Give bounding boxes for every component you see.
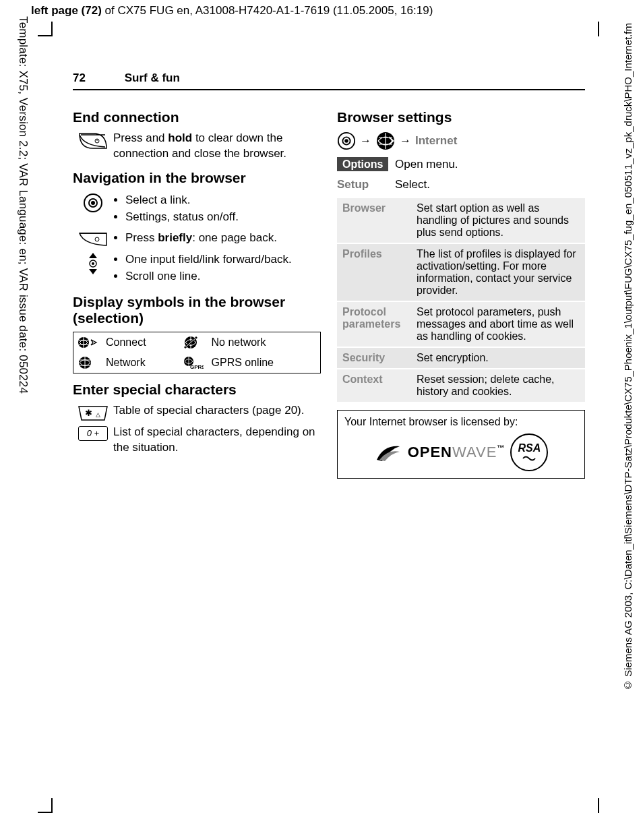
hangup-key-icon bbox=[73, 131, 113, 150]
page-number: 72 bbox=[73, 71, 121, 85]
end-connection-text: Press and hold to clear down the connect… bbox=[113, 131, 321, 162]
openwave-swoosh-icon bbox=[374, 440, 402, 465]
heading-navigation: Navigation in the browser bbox=[73, 170, 321, 186]
table-row: ProfilesThe list of profiles is displaye… bbox=[337, 243, 585, 301]
arrow-icon: → bbox=[400, 134, 411, 148]
setting-label: Security bbox=[337, 347, 411, 369]
nav-item: Select a link. bbox=[125, 193, 321, 208]
internet-globe-icon bbox=[375, 131, 396, 151]
symbols-table: Connect No network Network GPRS GPRS onl… bbox=[73, 332, 321, 373]
svg-marker-11 bbox=[91, 340, 96, 345]
nav-item: Settings, status on/off. bbox=[125, 210, 321, 225]
license-box: Your Internet browser is licensed by: OP… bbox=[337, 410, 585, 479]
file-path-right: © Siemens AG 2003, C:\Daten_itl\Siemens\… bbox=[622, 23, 634, 691]
svg-point-4 bbox=[91, 201, 95, 205]
special-chars-text: List of special characters, depending on… bbox=[113, 425, 321, 456]
internet-label: Internet bbox=[415, 134, 457, 148]
settings-table: BrowserSet start option as well as handl… bbox=[337, 197, 585, 402]
heading-display-symbols: Display symbols in the browser (selectio… bbox=[73, 294, 321, 326]
table-row: SecuritySet encryption. bbox=[337, 347, 585, 369]
star-key-icon: ✱△ bbox=[73, 403, 113, 422]
page-meta-prefix: left page (72) bbox=[31, 4, 102, 17]
svg-text:△: △ bbox=[96, 411, 100, 418]
hangup-key-icon bbox=[73, 229, 113, 248]
updown-key-icon bbox=[73, 251, 113, 275]
heading-special-chars: Enter special characters bbox=[73, 382, 321, 398]
globe-icon bbox=[78, 355, 92, 370]
setup-desc: Select. bbox=[395, 178, 430, 191]
setting-desc: The list of profiles is displayed for ac… bbox=[411, 243, 585, 301]
symbol-label: GPRS online bbox=[208, 353, 321, 373]
template-info-left: Template: X75, Version 2.2; VAR Language… bbox=[16, 16, 30, 394]
table-row: Protocol parametersSet protocol paramete… bbox=[337, 301, 585, 347]
globe-slash-icon bbox=[183, 335, 200, 350]
svg-marker-9 bbox=[89, 269, 97, 274]
zero-key-icon: 0 + bbox=[73, 425, 113, 441]
heading-browser-settings: Browser settings bbox=[337, 109, 585, 125]
nav-item: Scroll one line. bbox=[125, 269, 321, 284]
svg-text:GPRS: GPRS bbox=[190, 364, 204, 370]
symbol-label: Network bbox=[102, 353, 179, 373]
center-key-icon bbox=[73, 191, 113, 213]
svg-text:✱: ✱ bbox=[85, 408, 92, 418]
page-header: 72 Surf & fun bbox=[73, 71, 585, 90]
setting-label: Browser bbox=[337, 198, 411, 243]
symbol-label: Connect bbox=[102, 332, 179, 353]
svg-point-22 bbox=[344, 139, 348, 143]
left-column: End connection Press and hold to clear d… bbox=[73, 101, 321, 479]
svg-point-5 bbox=[95, 237, 99, 241]
options-desc: Open menu. bbox=[395, 158, 458, 171]
globe-arrows-icon bbox=[78, 336, 98, 349]
nav-item: Press briefly: one page back. bbox=[125, 231, 321, 246]
page-meta-header: left page (72) of CX75 FUG en, A31008-H7… bbox=[31, 4, 433, 18]
table-row: BrowserSet start option as well as handl… bbox=[337, 198, 585, 243]
special-chars-text: Table of special characters (page 20). bbox=[113, 403, 321, 419]
table-row: ContextReset session; delete cache, hist… bbox=[337, 369, 585, 402]
setting-label: Context bbox=[337, 369, 411, 402]
right-column: Browser settings → → Internet Options Op… bbox=[337, 101, 585, 479]
heading-end-connection: End connection bbox=[73, 109, 321, 125]
svg-marker-6 bbox=[89, 253, 97, 258]
license-text: Your Internet browser is licensed by: bbox=[344, 416, 578, 428]
setting-label: Protocol parameters bbox=[337, 301, 411, 347]
setting-label: Profiles bbox=[337, 243, 411, 301]
setting-desc: Set encryption. bbox=[411, 347, 585, 369]
svg-point-8 bbox=[92, 262, 94, 265]
setting-desc: Set protocol parameters, push messages a… bbox=[411, 301, 585, 347]
navigation-path: → → Internet bbox=[337, 131, 585, 151]
rsa-badge-icon: RSA bbox=[510, 433, 548, 471]
symbol-label: No network bbox=[208, 332, 321, 353]
nav-item: One input field/link forward/back. bbox=[125, 252, 321, 268]
setting-desc: Reset session; delete cache, history and… bbox=[411, 369, 585, 402]
options-softkey: Options bbox=[337, 157, 388, 171]
arrow-icon: → bbox=[360, 134, 371, 148]
openwave-logo: OPENWAVE™ bbox=[408, 444, 506, 461]
section-title: Surf & fun bbox=[125, 71, 180, 84]
setup-label: Setup bbox=[337, 178, 369, 191]
center-key-icon bbox=[337, 131, 356, 150]
setting-desc: Set start option as well as handling of … bbox=[411, 198, 585, 243]
page-meta-rest: of CX75 FUG en, A31008-H7420-A1-1-7619 (… bbox=[102, 4, 433, 17]
gprs-icon: GPRS bbox=[183, 355, 204, 370]
